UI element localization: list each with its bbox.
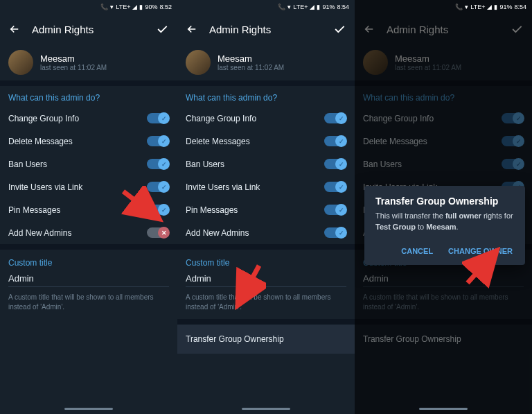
- toggle-change-group-info[interactable]: ✓: [147, 113, 169, 123]
- section-what-can: What can this admin do?: [355, 86, 532, 107]
- page-title: Admin Rights: [32, 24, 144, 35]
- home-indicator[interactable]: [64, 408, 113, 410]
- home-indicator[interactable]: [419, 408, 468, 410]
- wifi-icon: ▾: [287, 4, 291, 10]
- perm-label: Change Group Info: [363, 114, 434, 123]
- back-arrow-icon[interactable]: [363, 23, 375, 35]
- toggle-add-admins[interactable]: ✓: [324, 227, 346, 238]
- toggle-delete-messages[interactable]: ✓: [147, 136, 169, 146]
- custom-title-input[interactable]: Admin: [355, 269, 532, 286]
- lte-label: LTE+: [293, 4, 308, 10]
- user-status: last seen at 11:02 AM: [395, 64, 461, 71]
- perm-label: Delete Messages: [8, 137, 73, 146]
- toggle-invite-users[interactable]: ✓: [147, 182, 169, 192]
- transfer-ownership-row[interactable]: Transfer Group Ownership: [177, 325, 355, 354]
- perm-label: Invite Users via Link: [8, 182, 82, 192]
- battery-icon: ▮: [139, 4, 143, 10]
- dialog-body: This will transfer the full owner rights…: [375, 211, 514, 233]
- screen-1: 📞 ▾ LTE+ ◢ ▮ 90% 8:52 Admin Rights Meesa…: [0, 0, 177, 414]
- perm-ban-users[interactable]: Ban Users ✓: [177, 153, 355, 175]
- clock: 8:54: [514, 4, 526, 10]
- cancel-button[interactable]: CANCEL: [400, 244, 434, 258]
- status-bar: 📞 ▾ LTE+ ◢ ▮ 90% 8:52: [0, 0, 177, 14]
- perm-change-group-info[interactable]: Change Group Info ✓: [355, 107, 532, 130]
- perm-label: Delete Messages: [363, 137, 427, 146]
- status-bar: 📞 ▾ LTE+ ◢ ▮ 91% 8:54: [355, 0, 532, 14]
- page-title: Admin Rights: [209, 24, 321, 35]
- status-bar: 📞 ▾ LTE+ ◢ ▮ 91% 8:54: [177, 0, 355, 14]
- divider: [0, 244, 177, 250]
- battery-pct: 90%: [145, 4, 157, 10]
- perm-add-admins[interactable]: Add New Admins ✓: [177, 221, 355, 244]
- toggle-pin-messages[interactable]: ✓: [324, 205, 346, 215]
- perm-pin-messages[interactable]: Pin Messages ✓: [177, 198, 355, 221]
- transfer-ownership-dialog: Transfer Group Ownership This will trans…: [364, 186, 525, 265]
- perm-pin-messages[interactable]: Pin Messages ✓: [0, 198, 177, 221]
- toggle-add-admins[interactable]: ✕: [147, 227, 169, 238]
- app-header: Admin Rights: [0, 14, 177, 44]
- user-status: last seen at 11:02 AM: [218, 64, 284, 71]
- custom-title-hint: A custom title that will be shown to all…: [177, 293, 355, 319]
- volte-icon: 📞: [278, 4, 285, 10]
- screen-2: 📞 ▾ LTE+ ◢ ▮ 91% 8:54 Admin Rights Meesa…: [177, 0, 355, 414]
- divider: [355, 80, 532, 86]
- perm-ban-users[interactable]: Ban Users ✓: [355, 153, 532, 175]
- perm-label: Pin Messages: [8, 205, 60, 215]
- input-underline: [8, 286, 169, 287]
- avatar: [186, 50, 211, 75]
- user-row[interactable]: Meesam last seen at 11:02 AM: [0, 44, 177, 80]
- toggle-pin-messages[interactable]: ✓: [147, 205, 169, 215]
- perm-ban-users[interactable]: Ban Users ✓: [0, 153, 177, 175]
- dialog-title: Transfer Group Ownership: [375, 196, 514, 207]
- home-indicator[interactable]: [242, 408, 290, 410]
- toggle-delete-messages[interactable]: ✓: [324, 136, 346, 146]
- toggle-change-group-info[interactable]: ✓: [324, 113, 346, 123]
- toggle-ban-users[interactable]: ✓: [147, 159, 169, 169]
- perm-change-group-info[interactable]: Change Group Info ✓: [0, 107, 177, 130]
- confirm-check-icon[interactable]: [510, 22, 524, 36]
- toggle-ban-users[interactable]: ✓: [502, 159, 524, 169]
- signal-icon: ◢: [310, 4, 314, 10]
- divider: [177, 80, 355, 86]
- perm-invite-users[interactable]: Invite Users via Link ✓: [177, 175, 355, 198]
- perm-delete-messages[interactable]: Delete Messages ✓: [177, 130, 355, 153]
- user-name: Meesam: [218, 53, 284, 64]
- lte-label: LTE+: [470, 4, 485, 10]
- section-custom-title: Custom title: [0, 250, 177, 269]
- perm-label: Ban Users: [186, 159, 224, 169]
- user-row[interactable]: Meesam last seen at 11:02 AM: [177, 44, 355, 80]
- screen-3: 📞 ▾ LTE+ ◢ ▮ 91% 8:54 Admin Rights Meesa…: [355, 0, 532, 414]
- custom-title-input[interactable]: Admin: [177, 269, 355, 286]
- perm-label: Invite Users via Link: [186, 182, 260, 192]
- wifi-icon: ▾: [465, 4, 468, 10]
- perm-label: Pin Messages: [186, 205, 238, 215]
- perm-label: Change Group Info: [8, 114, 79, 123]
- divider: [177, 319, 355, 325]
- perm-delete-messages[interactable]: Delete Messages ✓: [0, 130, 177, 153]
- battery-icon: ▮: [317, 4, 320, 10]
- perm-add-admins[interactable]: Add New Admins ✕: [0, 221, 177, 244]
- perm-invite-users[interactable]: Invite Users via Link ✓: [0, 175, 177, 198]
- confirm-check-icon[interactable]: [332, 22, 346, 36]
- app-header: Admin Rights: [177, 14, 355, 44]
- user-row[interactable]: Meesam last seen at 11:02 AM: [355, 44, 532, 80]
- clock: 8:52: [159, 4, 172, 10]
- confirm-check-icon[interactable]: [155, 22, 169, 36]
- back-arrow-icon[interactable]: [186, 23, 198, 35]
- perm-change-group-info[interactable]: Change Group Info ✓: [177, 107, 355, 130]
- perm-delete-messages[interactable]: Delete Messages ✓: [355, 130, 532, 153]
- toggle-invite-users[interactable]: ✓: [324, 182, 346, 192]
- section-what-can: What can this admin do?: [177, 86, 355, 107]
- toggle-change-group-info[interactable]: ✓: [502, 113, 524, 123]
- change-owner-button[interactable]: CHANGE OWNER: [447, 244, 514, 258]
- volte-icon: 📞: [455, 4, 463, 10]
- transfer-ownership-row[interactable]: Transfer Group Ownership: [355, 325, 532, 354]
- back-arrow-icon[interactable]: [8, 23, 21, 35]
- custom-title-input[interactable]: Admin: [0, 269, 177, 286]
- divider: [0, 80, 177, 86]
- avatar: [8, 50, 33, 75]
- user-name: Meesam: [40, 53, 107, 64]
- toggle-ban-users[interactable]: ✓: [324, 159, 346, 169]
- toggle-delete-messages[interactable]: ✓: [502, 136, 524, 146]
- input-underline: [363, 286, 524, 287]
